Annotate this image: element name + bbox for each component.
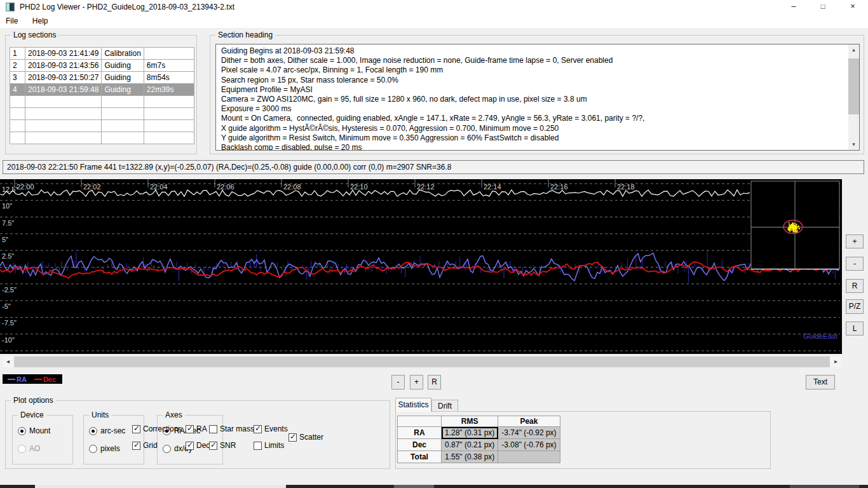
scroll-left-icon[interactable]: ◂ xyxy=(3,356,13,367)
menu-bar: File Help xyxy=(0,14,868,28)
log-row-empty[interactable] xyxy=(10,120,194,132)
svg-text:2.5": 2.5" xyxy=(2,252,14,260)
checkbox-scatter[interactable]: Scatter xyxy=(288,432,323,442)
log-row-empty[interactable] xyxy=(10,96,194,108)
log-sections-table: 12018-09-03 21:41:49 Calibration 22018-0… xyxy=(10,47,194,144)
radio-pixels[interactable]: pixels xyxy=(89,444,120,454)
taskbar-active-app[interactable] xyxy=(35,485,286,488)
svg-text:22:18: 22:18 xyxy=(617,183,635,191)
total-peak-cell[interactable] xyxy=(498,451,560,463)
checkbox-events[interactable]: Events xyxy=(254,424,288,434)
guide-plot[interactable]: 12.5"10"7.5"5"2.5"-2.5"-5"-7.5"-10"22:00… xyxy=(0,179,842,354)
log-row-empty[interactable] xyxy=(10,132,194,144)
tab-statistics[interactable]: Statistics xyxy=(395,398,431,412)
header-peak: Peak xyxy=(498,416,560,427)
checkbox-ra[interactable]: RA xyxy=(186,424,207,434)
radio-mount[interactable]: Mount xyxy=(18,426,50,436)
ra-line-swatch xyxy=(8,379,15,380)
svg-text:GuideEast: GuideEast xyxy=(803,332,838,340)
legend-dec: Dec xyxy=(34,376,56,383)
radio-icon xyxy=(163,445,171,453)
nav-reset-button[interactable]: R xyxy=(428,375,441,390)
vertical-scrollbar[interactable]: ▴ ▾ xyxy=(848,44,859,150)
plot-zoom-out-button[interactable]: - xyxy=(846,257,864,271)
nav-zoom-out-button[interactable]: - xyxy=(391,375,405,390)
plot-pz-button[interactable]: P/Z xyxy=(846,299,864,314)
dec-line-swatch xyxy=(34,379,42,380)
svg-text:12.5": 12.5" xyxy=(2,186,18,193)
app-icon xyxy=(6,3,15,11)
section-heading-textbox[interactable]: Guiding Begins at 2018-09-03 21:59:48 Di… xyxy=(215,44,860,151)
svg-text:22:10: 22:10 xyxy=(350,183,368,191)
ra-peak-cell[interactable]: -3.74" (-0.92 px) xyxy=(498,427,560,439)
svg-text:22:06: 22:06 xyxy=(217,183,234,191)
guide-plot-svg[interactable]: 12.5"10"7.5"5"2.5"-2.5"-5"-7.5"-10"22:00… xyxy=(0,179,842,354)
checkbox-icon xyxy=(132,442,140,450)
close-icon[interactable]: × xyxy=(837,0,868,14)
ra-rms-cell[interactable]: 1.28" (0.31 px) xyxy=(442,427,498,439)
stats-row-total: Total 1.55" (0.38 px) xyxy=(398,451,560,463)
checkbox-icon xyxy=(209,442,217,450)
plot-zoom-in-button[interactable]: + xyxy=(846,234,864,248)
svg-text:-5": -5" xyxy=(2,302,11,310)
taskbar-tray[interactable] xyxy=(790,485,859,488)
header-blank xyxy=(398,416,442,427)
menu-help[interactable]: Help xyxy=(27,14,54,28)
minimize-icon[interactable]: – xyxy=(779,0,808,14)
scroll-right-icon[interactable]: ▸ xyxy=(831,356,841,367)
radio-ao[interactable]: AO xyxy=(18,444,40,454)
nav-zoom-in-button[interactable]: + xyxy=(410,375,423,390)
stats-row-dec: Dec 0.87" (0.21 px) -3.08" (-0.76 px) xyxy=(398,439,560,451)
taskbar-app[interactable] xyxy=(394,485,434,488)
checkbox-grid[interactable]: Grid xyxy=(132,440,158,451)
dec-peak-cell[interactable]: -3.08" (-0.76 px) xyxy=(498,439,560,451)
horizontal-scrollbar[interactable]: ◂ ▸ xyxy=(3,356,841,367)
title-bar: PHD2 Log Viewer - PHD2_GuideLog_2018-09-… xyxy=(0,0,868,14)
checkbox-corrections[interactable]: Corrections xyxy=(132,424,182,434)
menu-file[interactable]: File xyxy=(0,14,24,28)
plot-reset-button[interactable]: R xyxy=(846,279,864,293)
plot-options-label: Plot options xyxy=(11,396,56,405)
radio-arcsec[interactable]: arc-sec xyxy=(89,426,125,436)
scroll-down-icon[interactable]: ▾ xyxy=(848,139,859,150)
svg-text:7.5": 7.5" xyxy=(2,219,14,227)
dec-rms-cell[interactable]: 0.87" (0.21 px) xyxy=(442,439,498,451)
maximize-icon[interactable]: □ xyxy=(808,0,837,14)
radio-icon xyxy=(89,445,97,453)
svg-text:-2.5": -2.5" xyxy=(2,286,17,294)
log-row-selected[interactable]: 42018-09-03 21:59:48 Guiding22m39s xyxy=(10,84,194,96)
log-row[interactable]: 32018-09-03 21:50:27 Guiding8m54s xyxy=(10,72,194,84)
svg-text:22:14: 22:14 xyxy=(484,183,501,191)
log-row[interactable]: 22018-09-03 21:43:56 Guiding6m7s xyxy=(10,60,194,72)
total-rms-cell[interactable]: 1.55" (0.38 px) xyxy=(442,451,498,463)
status-bar: 2018-09-03 22:21:50 Frame 441 t=1322.89 … xyxy=(3,160,864,174)
log-row-empty[interactable] xyxy=(10,108,194,120)
scroll-up-icon[interactable]: ▴ xyxy=(848,44,859,55)
text-button[interactable]: Text xyxy=(806,375,835,390)
checkbox-icon xyxy=(209,425,217,433)
scrollbar-thumb[interactable] xyxy=(14,356,830,367)
checkbox-icon xyxy=(186,442,194,450)
svg-text:22:04: 22:04 xyxy=(150,183,168,191)
stats-row-ra: RA 1.28" (0.31 px) -3.74" (-0.92 px) xyxy=(398,427,560,439)
checkbox-snr[interactable]: SNR xyxy=(209,440,236,451)
svg-text:22:16: 22:16 xyxy=(550,183,568,191)
log-sections-label: Log sections xyxy=(11,30,58,39)
plot-l-button[interactable]: L xyxy=(846,322,864,336)
section-heading-label: Section heading xyxy=(215,30,275,39)
checkbox-dec[interactable]: Dec xyxy=(186,440,210,451)
checkbox-star-mass[interactable]: Star mass xyxy=(209,424,254,434)
plot-options-group: Plot options Device Mount AO Units arc-s… xyxy=(5,400,390,469)
checkbox-icon xyxy=(186,425,194,433)
section-heading-text: Guiding Begins at 2018-09-03 21:59:48 Di… xyxy=(221,46,845,151)
checkbox-limits[interactable]: Limits xyxy=(254,440,284,451)
log-row[interactable]: 12018-09-03 21:41:49 Calibration xyxy=(10,48,194,60)
statistics-table: RMS Peak RA 1.28" (0.31 px) -3.74" (-0.9… xyxy=(397,416,560,463)
svg-text:-10": -10" xyxy=(2,336,15,344)
device-label: Device xyxy=(18,410,46,419)
tab-drift[interactable]: Drift xyxy=(431,400,458,412)
svg-text:-7.5": -7.5" xyxy=(2,319,17,327)
statistics-panel: RMS Peak RA 1.28" (0.31 px) -3.74" (-0.9… xyxy=(395,411,771,469)
scrollbar-thumb[interactable] xyxy=(848,58,859,114)
log-sections-group: Log sections 12018-09-03 21:41:49 Calibr… xyxy=(5,35,197,154)
